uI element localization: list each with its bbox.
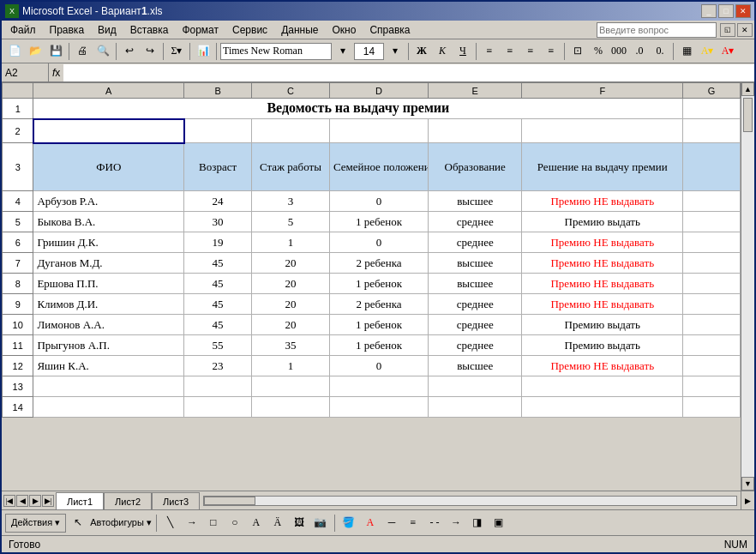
cell-G3[interactable] — [683, 143, 741, 191]
cell-C8[interactable]: 20 — [252, 274, 330, 294]
cell-C5[interactable]: 5 — [252, 212, 330, 232]
cell-A14[interactable] — [33, 397, 184, 418]
restore-button[interactable]: ◱ — [720, 23, 735, 37]
cell-F3[interactable]: Решение на выдачу премии — [522, 143, 683, 191]
print-button[interactable]: 🖨 — [73, 42, 92, 61]
cell-B12[interactable]: 23 — [184, 356, 252, 376]
cell-D3[interactable]: Семейное положение — [329, 143, 428, 191]
cell-D11[interactable]: 1 ребенок — [329, 335, 428, 356]
cell-D12[interactable]: 0 — [329, 356, 428, 376]
cell-A13[interactable] — [33, 376, 184, 397]
preview-button[interactable]: 🔍 — [93, 42, 112, 61]
col-header-F[interactable]: F — [522, 83, 683, 99]
scroll-right-button[interactable]: ▶ — [741, 491, 754, 509]
image-button[interactable]: 📷 — [311, 514, 330, 533]
cell-B13[interactable] — [184, 376, 252, 397]
cell-E14[interactable] — [429, 397, 522, 418]
border-button[interactable]: ▦ — [677, 42, 696, 61]
oval-button[interactable]: ○ — [225, 514, 244, 533]
thousands-button[interactable]: 000 — [609, 42, 628, 61]
cell-F12[interactable]: Премию НЕ выдавать — [522, 356, 683, 376]
cell-reference[interactable]: A2 — [2, 63, 49, 82]
cell-A6[interactable]: Гришин Д.К. — [33, 232, 184, 253]
size-selector[interactable]: 14 — [354, 43, 384, 60]
cell-C14[interactable] — [252, 397, 330, 418]
cell-G1[interactable] — [683, 99, 741, 119]
row-header-11[interactable]: 11 — [3, 335, 33, 356]
cell-F4[interactable]: Премию НЕ выдавать — [522, 191, 683, 212]
cell-F6[interactable]: Премию НЕ выдавать — [522, 232, 683, 253]
dash-style-button[interactable]: - - — [425, 514, 444, 533]
cell-F9[interactable]: Премию НЕ выдавать — [522, 294, 683, 315]
cell-C4[interactable]: 3 — [252, 191, 330, 212]
row-header-14[interactable]: 14 — [3, 397, 33, 418]
row-header-6[interactable]: 6 — [3, 232, 33, 253]
cell-F13[interactable] — [522, 376, 683, 397]
col-header-D[interactable]: D — [329, 83, 428, 99]
font-color-button[interactable]: A▾ — [718, 42, 737, 61]
cell-A8[interactable]: Ершова П.П. — [33, 274, 184, 294]
undo-button[interactable]: ↩ — [120, 42, 139, 61]
cell-D4[interactable]: 0 — [329, 191, 428, 212]
cell-E7[interactable]: высшее — [429, 253, 522, 274]
bold-button[interactable]: Ж — [412, 42, 431, 61]
menu-format[interactable]: Формат — [175, 22, 225, 38]
menu-help[interactable]: Справка — [363, 22, 417, 38]
font-selector[interactable]: Times New Roman — [220, 43, 332, 60]
sheet-tab-3[interactable]: Лист3 — [152, 492, 200, 509]
cell-D14[interactable] — [329, 397, 428, 418]
menu-data[interactable]: Данные — [274, 22, 325, 38]
close-button[interactable]: ✕ — [735, 4, 751, 18]
shadow-button[interactable]: ◨ — [468, 514, 487, 533]
col-header-E[interactable]: E — [429, 83, 522, 99]
row-header-2[interactable]: 2 — [3, 119, 33, 143]
tab-next-button[interactable]: ▶ — [29, 495, 41, 507]
new-button[interactable]: 📄 — [5, 42, 24, 61]
formula-input[interactable] — [63, 64, 754, 81]
scroll-thumb-v[interactable] — [743, 98, 753, 132]
cell-F7[interactable]: Премию НЕ выдавать — [522, 253, 683, 274]
cell-F5[interactable]: Премию выдать — [522, 212, 683, 232]
close-doc-button[interactable]: ✕ — [737, 23, 753, 37]
save-button[interactable]: 💾 — [46, 42, 65, 61]
sheet-tab-1[interactable]: Лист1 — [56, 492, 104, 509]
scroll-down-button[interactable]: ▼ — [741, 477, 754, 491]
cell-G9[interactable] — [683, 294, 741, 315]
cell-D2[interactable] — [329, 119, 428, 143]
cell-D7[interactable]: 2 ребенка — [329, 253, 428, 274]
cell-C7[interactable]: 20 — [252, 253, 330, 274]
cell-G12[interactable] — [683, 356, 741, 376]
align-left-button[interactable]: ≡ — [480, 42, 499, 61]
h-scroll-area[interactable] — [200, 491, 741, 509]
arrow-style-button[interactable]: → — [447, 514, 465, 533]
italic-button[interactable]: К — [433, 42, 452, 61]
cell-A11[interactable]: Прыгунов А.П. — [33, 335, 184, 356]
cell-G11[interactable] — [683, 335, 741, 356]
underline-button[interactable]: Ч — [453, 42, 472, 61]
cell-B9[interactable]: 45 — [184, 294, 252, 315]
cell-C9[interactable]: 20 — [252, 294, 330, 315]
cell-G13[interactable] — [683, 376, 741, 397]
textbox-button[interactable]: A — [247, 514, 266, 533]
cell-C3[interactable]: Стаж работы — [252, 143, 330, 191]
cell-C11[interactable]: 35 — [252, 335, 330, 356]
dec-decimal-button[interactable]: 0. — [651, 42, 669, 61]
cell-G10[interactable] — [683, 315, 741, 335]
row-header-10[interactable]: 10 — [3, 315, 33, 335]
menu-window[interactable]: Окно — [325, 22, 363, 38]
cell-C6[interactable]: 1 — [252, 232, 330, 253]
cell-D13[interactable] — [329, 376, 428, 397]
row-header-3[interactable]: 3 — [3, 143, 33, 191]
tab-prev-button[interactable]: ◀ — [16, 495, 28, 507]
row-header-7[interactable]: 7 — [3, 253, 33, 274]
cell-F8[interactable]: Премию НЕ выдавать — [522, 274, 683, 294]
cell-E4[interactable]: высшее — [429, 191, 522, 212]
row-header-8[interactable]: 8 — [3, 274, 33, 294]
cell-E3[interactable]: Образование — [429, 143, 522, 191]
menu-file[interactable]: Файл — [3, 22, 43, 38]
cell-B3[interactable]: Возраст — [184, 143, 252, 191]
cell-G2[interactable] — [683, 119, 741, 143]
cell-E6[interactable]: среднее — [429, 232, 522, 253]
row-header-12[interactable]: 12 — [3, 356, 33, 376]
menu-edit[interactable]: Правка — [43, 22, 92, 38]
